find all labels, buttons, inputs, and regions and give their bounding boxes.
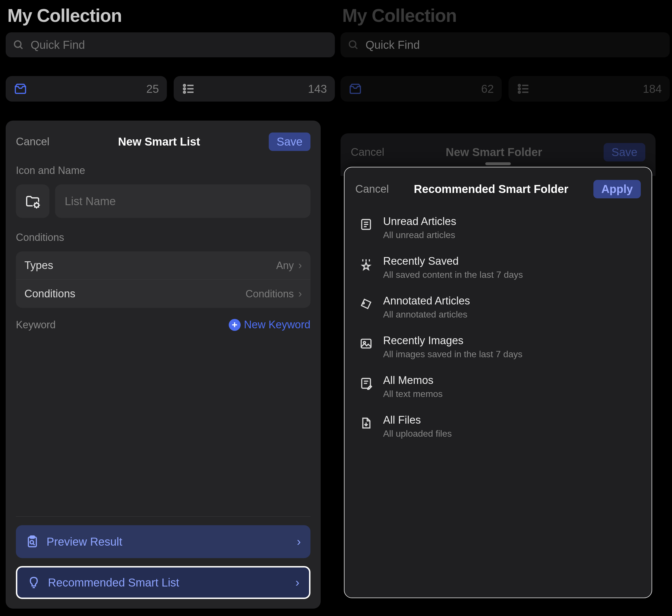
svg-point-29 — [362, 302, 364, 304]
drag-handle[interactable] — [485, 162, 511, 165]
rec-title: All Files — [383, 414, 452, 426]
svg-point-13 — [349, 41, 356, 47]
rec-item-annotated[interactable]: Annotated ArticlesAll annotated articles — [359, 295, 641, 320]
quick-find-field[interactable] — [341, 32, 670, 57]
svg-line-1 — [20, 47, 22, 49]
rec-item-unread-articles[interactable]: Unread ArticlesAll unread articles — [359, 215, 641, 240]
keyword-label: Keyword — [16, 319, 56, 331]
sheet-title: New Smart List — [118, 135, 200, 148]
svg-point-8 — [35, 203, 39, 207]
list-name-field[interactable] — [55, 184, 310, 218]
list-card[interactable]: 143 — [174, 76, 335, 102]
sheet-title: Recommended Smart Folder — [414, 183, 568, 195]
rec-title: All Memos — [383, 374, 443, 386]
list-card[interactable]: 184 — [509, 76, 670, 102]
conditions-box: Types Any › Conditions Conditions › — [16, 251, 310, 308]
chevron-right-icon: › — [298, 259, 302, 272]
svg-point-0 — [14, 41, 21, 47]
folder-gear-icon — [25, 193, 41, 209]
plus-icon: + — [229, 319, 241, 331]
rec-subtitle: All text memos — [383, 389, 443, 399]
rec-title: Annotated Articles — [383, 295, 470, 307]
inbox-card[interactable]: 25 — [6, 76, 167, 102]
rec-subtitle: All saved content in the last 7 days — [383, 270, 523, 280]
quick-find-input[interactable] — [365, 38, 663, 52]
conditions-row-label: Conditions — [24, 288, 75, 300]
save-button[interactable]: Save — [604, 143, 645, 161]
svg-point-19 — [518, 91, 520, 93]
cancel-button[interactable]: Cancel — [355, 183, 389, 195]
chevron-right-icon: › — [297, 535, 301, 548]
inbox-count: 62 — [481, 83, 494, 95]
svg-marker-28 — [362, 262, 370, 270]
recommended-smart-list-button[interactable]: Recommended Smart List › — [16, 566, 310, 599]
rec-title: Recently Saved — [383, 255, 523, 267]
rec-item-recently-saved[interactable]: Recently SavedAll saved content in the l… — [359, 255, 641, 280]
recommended-smart-folder-sheet: Cancel Recommended Smart Folder Apply Un… — [344, 167, 652, 598]
inbox-count: 25 — [146, 83, 159, 95]
lightbulb-icon — [27, 576, 41, 589]
search-icon — [347, 39, 359, 51]
stat-cards: 25 143 — [6, 76, 335, 102]
new-smart-list-sheet: Cancel New Smart List Save Icon and Name… — [6, 121, 321, 609]
list-icon — [516, 82, 530, 96]
rec-item-images[interactable]: Recently ImagesAll images saved in the l… — [359, 335, 641, 359]
new-keyword-button[interactable]: + New Keyword — [229, 319, 310, 331]
search-icon — [12, 39, 24, 51]
rec-item-memos[interactable]: All MemosAll text memos — [359, 374, 641, 399]
cancel-button[interactable]: Cancel — [16, 136, 49, 148]
list-count: 184 — [643, 83, 662, 95]
conditions-label: Conditions — [16, 232, 310, 243]
rec-item-files[interactable]: All FilesAll uploaded files — [359, 414, 641, 439]
rec-subtitle: All unread articles — [383, 230, 456, 240]
memo-icon — [359, 376, 373, 391]
save-button[interactable]: Save — [269, 133, 310, 151]
svg-point-11 — [30, 541, 33, 544]
file-icon — [359, 416, 373, 430]
article-icon — [359, 217, 373, 232]
inbox-card[interactable]: 62 — [341, 76, 502, 102]
recommended-label: Recommended Smart List — [48, 576, 179, 589]
divider — [16, 516, 310, 517]
quick-find-field[interactable] — [6, 32, 335, 57]
sheet-header: Cancel New Smart List Save — [16, 133, 310, 151]
rec-subtitle: All uploaded files — [383, 428, 452, 439]
list-icon — [182, 82, 195, 96]
image-icon — [359, 336, 373, 351]
apply-button[interactable]: Apply — [593, 180, 641, 198]
inbox-icon — [348, 82, 362, 96]
icon-and-name-row — [16, 184, 310, 218]
recommended-list: Unread ArticlesAll unread articles Recen… — [355, 215, 641, 439]
page-title: My Collection — [7, 5, 335, 26]
preview-result-label: Preview Result — [47, 535, 122, 548]
icon-and-name-label: Icon and Name — [16, 165, 310, 176]
conditions-row[interactable]: Conditions Conditions › — [16, 279, 310, 308]
svg-rect-30 — [361, 339, 371, 348]
new-keyword-label: New Keyword — [244, 319, 310, 331]
types-label: Types — [24, 259, 53, 272]
svg-point-6 — [184, 91, 185, 93]
rec-subtitle: All images saved in the last 7 days — [383, 349, 522, 359]
svg-point-4 — [184, 88, 185, 90]
rec-title: Recently Images — [383, 335, 522, 347]
chevron-right-icon: › — [295, 576, 299, 589]
clipboard-search-icon — [26, 535, 39, 548]
page-title: My Collection — [342, 5, 670, 26]
svg-point-15 — [518, 85, 520, 86]
icon-picker-button[interactable] — [16, 184, 49, 218]
list-name-input[interactable] — [64, 195, 301, 208]
svg-point-2 — [184, 85, 185, 86]
conditions-value: Conditions — [245, 288, 294, 300]
star-badge-icon — [359, 257, 373, 272]
tag-icon — [359, 297, 373, 311]
cancel-button[interactable]: Cancel — [351, 146, 384, 158]
rec-title: Unread Articles — [383, 215, 456, 228]
stat-cards: 62 184 — [341, 76, 670, 102]
list-count: 143 — [308, 83, 327, 95]
types-row[interactable]: Types Any › — [16, 251, 310, 279]
preview-result-button[interactable]: Preview Result › — [16, 525, 310, 558]
svg-point-17 — [518, 88, 520, 90]
inbox-icon — [14, 82, 27, 96]
sheet-title: New Smart Folder — [446, 146, 542, 159]
quick-find-input[interactable] — [30, 38, 328, 52]
